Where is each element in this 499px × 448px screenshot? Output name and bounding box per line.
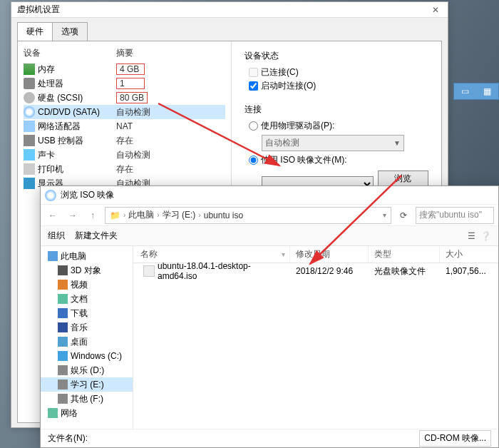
device-name: 内存 <box>38 63 116 76</box>
window-icon[interactable]: ▭ <box>461 86 469 96</box>
device-value: 存在 <box>116 163 133 175</box>
device-row-2[interactable]: 硬盘 (SCSI)80 GB <box>24 91 225 105</box>
nav-forward-icon[interactable]: → <box>65 208 81 223</box>
tree-label: 音乐 <box>71 322 88 334</box>
filename-label: 文件名(N): <box>48 432 88 444</box>
tree-icon <box>58 294 68 304</box>
tree-icon <box>58 351 68 361</box>
filter-combo[interactable]: CD-ROM 映像... <box>419 430 491 447</box>
tree-label: 娱乐 (D:) <box>71 365 104 377</box>
chk-connect-on-start[interactable]: 启动时连接(O) <box>249 80 428 92</box>
device-name: 打印机 <box>38 163 116 175</box>
device-name: 硬盘 (SCSI) <box>38 92 116 104</box>
close-icon[interactable]: ✕ <box>429 5 442 15</box>
settings-tabs: 硬件 选项 <box>11 18 448 41</box>
chevron-down-icon[interactable]: ▾ <box>383 211 386 219</box>
device-value: 自动检测 <box>116 149 150 161</box>
device-icon <box>24 78 35 89</box>
device-icon <box>24 63 35 75</box>
device-icon <box>24 92 35 103</box>
group-status: 设备状态 <box>245 50 428 62</box>
col-date[interactable]: 修改日期 <box>290 246 369 263</box>
col-type[interactable]: 类型 <box>369 246 440 263</box>
settings-title: 虚拟机设置 <box>17 4 60 16</box>
tab-options[interactable]: 选项 <box>52 22 88 41</box>
device-value: NAT <box>116 121 133 131</box>
combo-physical-drive[interactable]: 自动检测▼ <box>262 135 404 151</box>
browse-iso-dialog: 浏览 ISO 映像 ← → ↑ 📁 › 此电脑› 学习 (E:)› ubuntu… <box>40 185 499 448</box>
app-toolbar-icons[interactable]: ▭ ▦ <box>453 83 499 100</box>
device-icon <box>24 106 35 118</box>
organize-menu[interactable]: 组织 <box>48 230 65 242</box>
tree-icon <box>48 408 58 418</box>
device-name: USB 控制器 <box>38 135 116 147</box>
col-name[interactable]: 名称▾ <box>133 246 290 263</box>
tree-item-9[interactable]: 学习 (E:) <box>41 377 133 392</box>
open-titlebar: 浏览 ISO 映像 <box>41 186 498 205</box>
tree-icon <box>58 337 68 347</box>
nav-up-icon[interactable]: ↑ <box>85 208 101 223</box>
tree-item-5[interactable]: 音乐 <box>41 320 133 335</box>
tree-icon <box>58 265 68 275</box>
tree-item-4[interactable]: 下载 <box>41 306 133 320</box>
iso-icon <box>45 190 56 201</box>
tree-label: 网络 <box>61 407 78 419</box>
file-list: 名称▾ 修改日期 类型 大小 ubuntu-18.04.1-desktop-am… <box>133 246 498 429</box>
col-summary: 摘要 <box>116 47 133 59</box>
tree-icon <box>58 394 68 404</box>
device-value: 存在 <box>116 135 133 147</box>
device-row-1[interactable]: 处理器1 <box>24 76 225 91</box>
device-row-4[interactable]: 网络适配器NAT <box>24 119 225 133</box>
device-name: CD/DVD (SATA) <box>38 107 116 117</box>
nav-back-icon[interactable]: ← <box>45 208 61 223</box>
device-icon <box>24 135 35 146</box>
tab-hardware[interactable]: 硬件 <box>17 22 53 41</box>
breadcrumb[interactable]: 📁 › 此电脑› 学习 (E:)› ubuntu iso ▾ <box>105 207 391 224</box>
tree-item-10[interactable]: 其他 (F:) <box>41 392 133 406</box>
tree-item-6[interactable]: 桌面 <box>41 335 133 349</box>
folder-tree: 此电脑3D 对象视频文档下载音乐桌面Windows (C:)娱乐 (D:)学习 … <box>41 246 133 429</box>
folder-icon: 📁 <box>110 210 120 220</box>
tree-icon <box>58 322 68 332</box>
chevron-down-icon: ▼ <box>393 139 401 147</box>
device-icon <box>24 178 35 189</box>
col-device: 设备 <box>24 47 116 59</box>
tree-item-1[interactable]: 3D 对象 <box>41 263 133 278</box>
tree-label: 视频 <box>71 279 88 291</box>
file-row[interactable]: ubuntu-18.04.1-desktop-amd64.iso 2018/12… <box>133 263 498 279</box>
new-folder-button[interactable]: 新建文件夹 <box>75 230 118 242</box>
chk-connected[interactable]: 已连接(C) <box>249 66 428 78</box>
tree-item-11[interactable]: 网络 <box>41 406 133 420</box>
device-row-3[interactable]: CD/DVD (SATA)自动检测 <box>24 105 225 119</box>
tree-label: 学习 (E:) <box>71 379 104 391</box>
device-row-6[interactable]: 声卡自动检测 <box>24 148 225 162</box>
tree-icon <box>58 308 68 318</box>
tree-item-2[interactable]: 视频 <box>41 278 133 292</box>
tree-item-7[interactable]: Windows (C:) <box>41 349 133 363</box>
group-connection: 连接 <box>245 103 428 116</box>
tree-item-3[interactable]: 文档 <box>41 292 133 306</box>
device-icon <box>24 149 35 161</box>
tree-icon <box>58 280 68 290</box>
refresh-icon[interactable]: ⟳ <box>396 210 411 220</box>
help-icon[interactable]: ❔ <box>480 231 491 241</box>
device-row-0[interactable]: 内存4 GB <box>24 62 225 76</box>
device-value: 4 GB <box>116 63 145 75</box>
radio-physical-drive[interactable]: 使用物理驱动器(P): <box>249 120 428 132</box>
grid-icon[interactable]: ▦ <box>483 86 491 96</box>
device-row-7[interactable]: 打印机存在 <box>24 162 225 176</box>
device-name: 声卡 <box>38 149 116 161</box>
device-value: 自动检测 <box>116 106 150 118</box>
col-size[interactable]: 大小 <box>440 246 497 263</box>
radio-iso-file[interactable]: 使用 ISO 映像文件(M): <box>249 154 428 166</box>
device-value: 80 GB <box>116 92 148 103</box>
tree-item-0[interactable]: 此电脑 <box>41 249 133 263</box>
tree-label: 下载 <box>71 307 88 320</box>
tree-icon <box>58 380 68 390</box>
tree-label: Windows (C:) <box>71 351 122 361</box>
view-icon[interactable]: ☰ <box>468 231 475 241</box>
device-row-5[interactable]: USB 控制器存在 <box>24 133 225 148</box>
iso-file-icon <box>143 265 155 277</box>
search-input[interactable]: 搜索"ubuntu iso" <box>416 207 494 224</box>
tree-item-8[interactable]: 娱乐 (D:) <box>41 363 133 377</box>
